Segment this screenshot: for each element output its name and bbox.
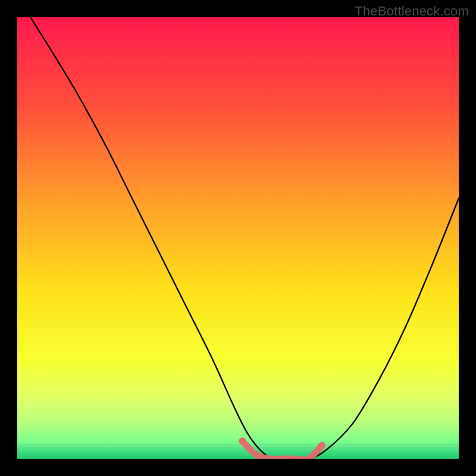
svg-rect-4 [17, 456, 459, 459]
svg-rect-0 [17, 444, 459, 447]
valley-start-dot [239, 437, 246, 444]
svg-rect-1 [17, 447, 459, 450]
plot-area [17, 17, 459, 459]
chart-frame: TheBottleneck.com [0, 0, 476, 476]
svg-rect-2 [17, 450, 459, 453]
svg-rect-3 [17, 453, 459, 456]
bottom-stripes [17, 444, 459, 459]
watermark-text: TheBottleneck.com [355, 4, 469, 19]
curve-chart [17, 17, 459, 459]
gradient-background [17, 17, 459, 459]
valley-end-dot [318, 442, 325, 449]
